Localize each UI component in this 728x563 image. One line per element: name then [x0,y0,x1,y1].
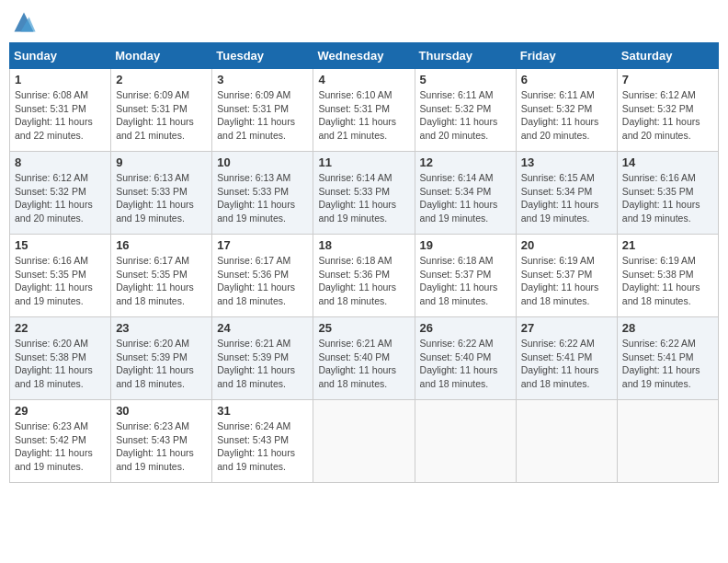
day-number: 23 [116,321,207,335]
calendar-cell: 31 Sunrise: 6:24 AM Sunset: 5:43 PM Dayl… [212,400,313,483]
calendar-cell: 28 Sunrise: 6:22 AM Sunset: 5:41 PM Dayl… [617,317,718,400]
day-info: Sunrise: 6:09 AM Sunset: 5:31 PM Dayligh… [116,88,207,143]
day-number: 15 [15,238,106,252]
calendar-cell: 21 Sunrise: 6:19 AM Sunset: 5:38 PM Dayl… [617,235,718,317]
logo [9,9,37,35]
day-number: 6 [521,73,612,86]
calendar-cell: 20 Sunrise: 6:19 AM Sunset: 5:37 PM Dayl… [516,235,617,317]
calendar-cell [516,400,617,483]
day-number: 12 [420,155,511,169]
calendar-cell: 26 Sunrise: 6:22 AM Sunset: 5:40 PM Dayl… [415,317,516,400]
day-number: 30 [116,404,207,418]
calendar-cell: 16 Sunrise: 6:17 AM Sunset: 5:35 PM Dayl… [111,235,212,317]
calendar-header-row: SundayMondayTuesdayWednesdayThursdayFrid… [10,43,719,69]
calendar-cell [313,400,415,483]
calendar-cell: 13 Sunrise: 6:15 AM Sunset: 5:34 PM Dayl… [516,152,617,235]
day-info: Sunrise: 6:22 AM Sunset: 5:41 PM Dayligh… [622,337,713,391]
day-number: 4 [318,73,409,86]
calendar-cell: 3 Sunrise: 6:09 AM Sunset: 5:31 PM Dayli… [212,69,313,152]
day-number: 7 [622,73,713,86]
day-number: 28 [622,321,713,335]
day-number: 11 [318,155,409,169]
day-info: Sunrise: 6:08 AM Sunset: 5:31 PM Dayligh… [15,88,106,143]
calendar-week-row: 8 Sunrise: 6:12 AM Sunset: 5:32 PM Dayli… [10,152,719,235]
day-number: 9 [116,155,207,169]
calendar-cell: 24 Sunrise: 6:21 AM Sunset: 5:39 PM Dayl… [212,317,313,400]
calendar-cell: 12 Sunrise: 6:14 AM Sunset: 5:34 PM Dayl… [415,152,516,235]
day-info: Sunrise: 6:14 AM Sunset: 5:33 PM Dayligh… [318,171,409,225]
day-info: Sunrise: 6:18 AM Sunset: 5:36 PM Dayligh… [318,254,409,308]
calendar-cell: 30 Sunrise: 6:23 AM Sunset: 5:43 PM Dayl… [111,400,212,483]
day-number: 29 [15,404,106,418]
logo-icon [11,9,37,35]
day-info: Sunrise: 6:19 AM Sunset: 5:37 PM Dayligh… [521,254,612,308]
calendar-cell: 10 Sunrise: 6:13 AM Sunset: 5:33 PM Dayl… [212,152,313,235]
calendar-cell: 29 Sunrise: 6:23 AM Sunset: 5:42 PM Dayl… [10,400,111,483]
day-number: 26 [420,321,511,335]
day-info: Sunrise: 6:12 AM Sunset: 5:32 PM Dayligh… [15,171,106,225]
day-of-week-header: Friday [516,43,617,69]
calendar-cell: 7 Sunrise: 6:12 AM Sunset: 5:32 PM Dayli… [617,69,718,152]
day-info: Sunrise: 6:13 AM Sunset: 5:33 PM Dayligh… [116,171,207,225]
day-number: 10 [217,155,308,169]
calendar-cell: 27 Sunrise: 6:22 AM Sunset: 5:41 PM Dayl… [516,317,617,400]
day-number: 19 [420,238,511,252]
day-number: 3 [217,73,308,86]
day-info: Sunrise: 6:20 AM Sunset: 5:38 PM Dayligh… [15,337,106,391]
day-info: Sunrise: 6:23 AM Sunset: 5:43 PM Dayligh… [116,419,207,474]
day-info: Sunrise: 6:09 AM Sunset: 5:31 PM Dayligh… [217,88,308,143]
calendar-cell: 2 Sunrise: 6:09 AM Sunset: 5:31 PM Dayli… [111,69,212,152]
day-number: 14 [622,155,713,169]
calendar-cell [415,400,516,483]
day-number: 31 [217,404,308,418]
calendar-cell: 19 Sunrise: 6:18 AM Sunset: 5:37 PM Dayl… [415,235,516,317]
day-info: Sunrise: 6:14 AM Sunset: 5:34 PM Dayligh… [420,171,511,225]
day-info: Sunrise: 6:17 AM Sunset: 5:35 PM Dayligh… [116,254,207,308]
calendar-cell: 15 Sunrise: 6:16 AM Sunset: 5:35 PM Dayl… [10,235,111,317]
day-number: 1 [15,73,106,86]
day-info: Sunrise: 6:16 AM Sunset: 5:35 PM Dayligh… [15,254,106,308]
calendar-cell: 18 Sunrise: 6:18 AM Sunset: 5:36 PM Dayl… [313,235,415,317]
day-of-week-header: Saturday [617,43,718,69]
day-of-week-header: Tuesday [212,43,313,69]
day-number: 13 [521,155,612,169]
calendar-table: SundayMondayTuesdayWednesdayThursdayFrid… [9,42,719,483]
calendar-cell: 9 Sunrise: 6:13 AM Sunset: 5:33 PM Dayli… [111,152,212,235]
day-info: Sunrise: 6:20 AM Sunset: 5:39 PM Dayligh… [116,337,207,391]
day-info: Sunrise: 6:21 AM Sunset: 5:39 PM Dayligh… [217,337,308,391]
day-of-week-header: Monday [111,43,212,69]
calendar-cell: 14 Sunrise: 6:16 AM Sunset: 5:35 PM Dayl… [617,152,718,235]
day-number: 8 [15,155,106,169]
calendar-cell: 22 Sunrise: 6:20 AM Sunset: 5:38 PM Dayl… [10,317,111,400]
calendar-cell: 11 Sunrise: 6:14 AM Sunset: 5:33 PM Dayl… [313,152,415,235]
day-of-week-header: Thursday [415,43,516,69]
day-info: Sunrise: 6:19 AM Sunset: 5:38 PM Dayligh… [622,254,713,308]
calendar-cell: 25 Sunrise: 6:21 AM Sunset: 5:40 PM Dayl… [313,317,415,400]
day-info: Sunrise: 6:21 AM Sunset: 5:40 PM Dayligh… [318,337,409,391]
day-number: 22 [15,321,106,335]
calendar-week-row: 29 Sunrise: 6:23 AM Sunset: 5:42 PM Dayl… [10,400,719,483]
day-info: Sunrise: 6:22 AM Sunset: 5:40 PM Dayligh… [420,337,511,391]
day-number: 2 [116,73,207,86]
day-number: 17 [217,238,308,252]
calendar-cell [617,400,718,483]
day-number: 27 [521,321,612,335]
day-info: Sunrise: 6:17 AM Sunset: 5:36 PM Dayligh… [217,254,308,308]
day-info: Sunrise: 6:13 AM Sunset: 5:33 PM Dayligh… [217,171,308,225]
calendar-cell: 4 Sunrise: 6:10 AM Sunset: 5:31 PM Dayli… [313,69,415,152]
day-number: 16 [116,238,207,252]
day-info: Sunrise: 6:16 AM Sunset: 5:35 PM Dayligh… [622,171,713,225]
day-number: 24 [217,321,308,335]
day-info: Sunrise: 6:18 AM Sunset: 5:37 PM Dayligh… [420,254,511,308]
calendar-cell: 17 Sunrise: 6:17 AM Sunset: 5:36 PM Dayl… [212,235,313,317]
day-of-week-header: Wednesday [313,43,415,69]
day-number: 21 [622,238,713,252]
day-number: 18 [318,238,409,252]
calendar-cell: 8 Sunrise: 6:12 AM Sunset: 5:32 PM Dayli… [10,152,111,235]
day-info: Sunrise: 6:12 AM Sunset: 5:32 PM Dayligh… [622,88,713,143]
day-info: Sunrise: 6:24 AM Sunset: 5:43 PM Dayligh… [217,419,308,474]
day-info: Sunrise: 6:22 AM Sunset: 5:41 PM Dayligh… [521,337,612,391]
day-number: 5 [420,73,511,86]
day-info: Sunrise: 6:15 AM Sunset: 5:34 PM Dayligh… [521,171,612,225]
calendar-cell: 23 Sunrise: 6:20 AM Sunset: 5:39 PM Dayl… [111,317,212,400]
